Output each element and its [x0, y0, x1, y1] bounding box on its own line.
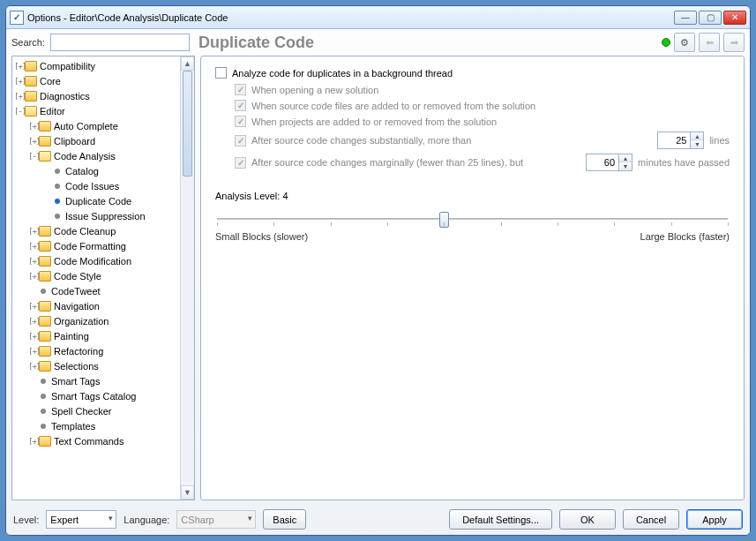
tree-node[interactable]: [+]Painting [12, 328, 180, 343]
scroll-down-icon[interactable]: ▼ [181, 485, 194, 500]
tree-node[interactable]: [+]Clipboard [12, 133, 180, 148]
checkbox-icon[interactable] [235, 84, 246, 95]
expand-icon[interactable]: [+] [28, 362, 39, 371]
gear-icon: ⚙ [680, 37, 689, 49]
scroll-thumb[interactable] [183, 71, 192, 177]
minutes-spinner[interactable]: ▲▼ [586, 154, 632, 171]
options-window: Options - Editor\Code Analysis\Duplicate… [5, 5, 751, 536]
expand-icon[interactable]: [+] [28, 242, 39, 251]
tree-node[interactable]: [+]Code Cleanup [12, 223, 180, 238]
expand-icon[interactable]: [+] [28, 257, 39, 266]
tree-node[interactable]: [+]Selections [12, 358, 180, 373]
spin-up-icon[interactable]: ▲ [619, 154, 632, 162]
opt-after-substantial[interactable]: After source code changes substantially,… [235, 131, 730, 149]
checkbox-icon[interactable] [235, 135, 246, 147]
opt-when-files[interactable]: When source code files are added to or r… [235, 100, 730, 111]
lines-spinner[interactable]: ▲▼ [657, 131, 704, 149]
tree-node[interactable]: [+]Organization [12, 313, 180, 328]
bullet-icon [55, 169, 60, 174]
opt-label: When source code files are added to or r… [251, 101, 535, 111]
maximize-button[interactable]: ▢ [699, 11, 722, 25]
nav-tree[interactable]: [+]Compatibility[+]Core[+]Diagnostics[-]… [12, 56, 180, 500]
analysis-level-slider[interactable] [217, 210, 728, 228]
tree-node[interactable]: Issue Suppression [12, 208, 180, 223]
tree-node-label: Text Commands [54, 436, 124, 447]
minutes-input[interactable] [587, 154, 618, 170]
cancel-button[interactable]: Cancel [623, 509, 679, 530]
tree-node[interactable]: [+]Auto Complete [12, 118, 180, 133]
level-select[interactable]: Expert [46, 510, 116, 529]
opt-label: After source code changes marginally (fe… [251, 157, 580, 168]
spin-up-icon[interactable]: ▲ [691, 132, 703, 140]
tree-node[interactable]: CodeTweet [12, 283, 180, 298]
expand-icon[interactable]: [+] [14, 77, 25, 86]
collapse-icon[interactable]: [-] [14, 107, 25, 116]
expand-icon[interactable]: [+] [28, 227, 39, 236]
expand-icon[interactable]: [+] [28, 332, 39, 341]
checkbox-icon[interactable] [235, 157, 246, 169]
expand-icon[interactable]: [+] [14, 62, 25, 71]
nav-forward-button[interactable]: ➡ [723, 33, 745, 52]
tree-node[interactable]: [+]Core [12, 73, 180, 88]
collapse-icon[interactable]: [-] [28, 152, 39, 161]
apply-button[interactable]: Apply [686, 509, 743, 530]
opt-when-projects[interactable]: When projects are added to or removed fr… [235, 116, 730, 127]
opt-when-open[interactable]: When opening a new solution [235, 84, 730, 95]
checkbox-icon[interactable] [235, 116, 246, 127]
expand-icon[interactable]: [+] [14, 92, 25, 101]
expand-icon[interactable]: [+] [28, 302, 39, 311]
tree-node[interactable]: Smart Tags Catalog [12, 388, 180, 403]
tree-node[interactable]: Smart Tags [12, 373, 180, 388]
expand-icon[interactable]: [+] [28, 272, 39, 281]
tree-node[interactable]: [-]Code Analysis [12, 148, 180, 163]
tree-node[interactable]: Templates [12, 418, 180, 433]
spin-down-icon[interactable]: ▼ [691, 140, 703, 148]
ok-button[interactable]: OK [559, 509, 616, 530]
tree-node[interactable]: [+]Code Style [12, 268, 180, 283]
tree-node[interactable]: [-]Editor [12, 103, 180, 118]
scroll-up-icon[interactable]: ▲ [181, 56, 194, 71]
expand-icon[interactable]: [+] [28, 437, 39, 446]
tree-node[interactable]: [+]Compatibility [12, 58, 180, 73]
bullet-icon [41, 379, 46, 384]
close-button[interactable]: ✕ [723, 11, 746, 25]
expand-icon[interactable]: [+] [28, 317, 39, 326]
tree-scrollbar[interactable]: ▲ ▼ [180, 56, 194, 500]
tree-node-label: Code Analysis [54, 151, 116, 162]
tree-node[interactable]: [+]Code Modification [12, 253, 180, 268]
tree-node[interactable]: Code Issues [12, 178, 180, 193]
titlebar[interactable]: Options - Editor\Code Analysis\Duplicate… [6, 6, 750, 29]
tree-node[interactable]: Spell Checker [12, 403, 180, 418]
expand-icon[interactable]: [+] [28, 122, 39, 131]
minimize-button[interactable]: — [674, 11, 697, 25]
folder-icon [39, 436, 51, 447]
tree-node[interactable]: Duplicate Code [12, 193, 180, 208]
checkbox-icon[interactable] [215, 67, 227, 79]
default-settings-button[interactable]: Default Settings... [449, 509, 552, 530]
tree-node-label: Code Formatting [54, 241, 126, 252]
arrow-right-icon: ➡ [730, 37, 738, 49]
basic-button[interactable]: Basic [263, 509, 306, 530]
tree-node-label: Catalog [65, 166, 99, 177]
tree-node[interactable]: [+]Diagnostics [12, 88, 180, 103]
search-input[interactable] [50, 34, 190, 51]
spin-down-icon[interactable]: ▼ [619, 162, 632, 170]
opt-analyze-bg[interactable]: Analyze code for duplicates in a backgro… [215, 67, 730, 79]
tree-node[interactable]: [+]Text Commands [12, 433, 180, 448]
settings-button[interactable]: ⚙ [674, 33, 695, 52]
expand-icon[interactable]: [+] [28, 137, 39, 146]
tree-node[interactable]: Catalog [12, 163, 180, 178]
tree-node-label: Auto Complete [54, 121, 118, 131]
nav-back-button[interactable]: ⬅ [699, 33, 720, 52]
tree-node[interactable]: [+]Navigation [12, 298, 180, 313]
language-label: Language: [124, 515, 169, 525]
checkbox-icon[interactable] [235, 100, 246, 111]
slider-tick [558, 222, 558, 226]
tree-node[interactable]: [+]Code Formatting [12, 238, 180, 253]
tree-node[interactable]: [+]Refactoring [12, 343, 180, 358]
tree-node-label: CodeTweet [51, 286, 101, 297]
opt-after-marginal[interactable]: After source code changes marginally (fe… [235, 154, 730, 171]
expand-icon[interactable]: [+] [28, 347, 39, 356]
lines-input[interactable] [658, 132, 690, 148]
tree-node-label: Compatibility [40, 61, 95, 71]
